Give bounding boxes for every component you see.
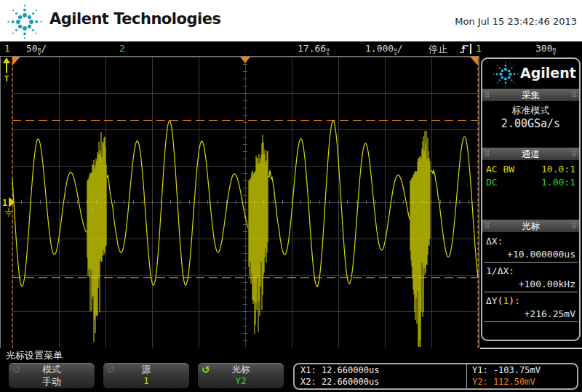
channel-row-ac: AC BW 10.0:1 xyxy=(482,164,579,175)
ch1-scale: 50mV/ xyxy=(26,43,47,55)
sidebar: Agilent ⠿ 采集 ⠿ 标准模式 2.00GSa/s ⠿ 通道 ⠿ AC … xyxy=(481,57,581,341)
delay-unit: us xyxy=(326,47,330,55)
grip-icon: ⠿ xyxy=(572,148,577,159)
grip-icon: ⠿ xyxy=(572,89,577,100)
divider xyxy=(484,292,578,292)
datetime: Mon Jul 15 23:42:46 2013 xyxy=(455,16,577,27)
invdx-value: +100.00kHz xyxy=(482,279,579,289)
menu-title: 光标设置菜单 xyxy=(6,349,63,362)
grip-icon: ⠿ xyxy=(485,220,490,231)
brand-title: Agilent Technologies xyxy=(49,10,220,28)
ch1-ground-label: 1 xyxy=(2,198,7,208)
sidebar-baseline xyxy=(480,348,582,349)
softkey-menu: 光标设置菜单 ↺ 模式 手动 ↺ 源 1 ↺ 光标 Y2 X1: 12.6600… xyxy=(0,348,582,392)
trigger-slope-icon xyxy=(459,44,470,55)
grip-icon: ⠿ xyxy=(485,148,490,159)
ch1-number: 1 xyxy=(4,43,10,54)
trigger-level-unit: mV xyxy=(552,47,556,55)
divider xyxy=(484,321,578,322)
status-bar: 1 50mV/ 2 17.66us 1.000us/ 停止 1 300mV xyxy=(0,41,582,56)
dy-label: ΔY(1): xyxy=(482,295,579,306)
oscilloscope-screen: Agilent Technologies Mon Jul 15 23:42:46… xyxy=(0,0,582,392)
x2-readout: X2: 22.660000us xyxy=(300,377,379,387)
section-cursors-header: ⠿ 光标 ⠿ xyxy=(482,220,579,232)
channel-row-dc: DC 1.00:1 xyxy=(482,177,579,188)
delay-readout: 17.66us xyxy=(298,43,330,55)
y2-readout: Y2: 112.50mV xyxy=(472,377,535,387)
readout-divider xyxy=(466,364,467,388)
ch2-number: 2 xyxy=(119,43,125,54)
divider xyxy=(484,262,578,263)
dx-label: ΔX: xyxy=(482,236,579,247)
agilent-sidebar-logo-icon xyxy=(493,61,519,87)
trigger-offscreen-label: T xyxy=(4,74,9,84)
dy-value: +216.25mV xyxy=(482,308,579,319)
cursor-readout-box: X1: 12.660000us X2: 22.660000us Y1: -103… xyxy=(293,363,578,390)
trigger-source: 1 xyxy=(476,43,482,54)
header: Agilent Technologies Mon Jul 15 23:42:46… xyxy=(0,0,582,41)
invdx-label: 1/ΔX: xyxy=(482,265,579,276)
status-divider xyxy=(470,44,471,54)
softkey-mode-button[interactable]: ↺ 模式 手动 xyxy=(9,363,95,388)
softkey-source-button[interactable]: ↺ 源 1 xyxy=(103,363,189,388)
sample-rate: 2.00GSa/s xyxy=(482,117,579,130)
sidebar-logo-row: Agilent xyxy=(482,61,579,86)
softkey-cursor-button[interactable]: ↺ 光标 Y2 xyxy=(198,363,284,388)
grip-icon: ⠿ xyxy=(485,89,490,100)
y1-readout: Y1: -103.75mV xyxy=(472,365,541,375)
dx-value: +10.000000us xyxy=(482,249,579,260)
x1-readout: X1: 12.660000us xyxy=(300,365,379,375)
section-channels-header: ⠿ 通道 ⠿ xyxy=(482,148,579,160)
agilent-logo-icon xyxy=(4,2,45,41)
acquire-mode: 标准模式 xyxy=(482,104,579,117)
run-state: 停止 xyxy=(428,43,447,56)
sidebar-brand: Agilent xyxy=(520,65,576,81)
trigger-level: 300mV xyxy=(535,43,556,55)
section-acquire-header: ⠿ 采集 ⠿ xyxy=(482,89,579,101)
timebase-readout: 1.000us/ xyxy=(365,43,402,55)
waveform-display: T1 xyxy=(0,56,479,348)
grip-icon: ⠿ xyxy=(572,220,577,231)
